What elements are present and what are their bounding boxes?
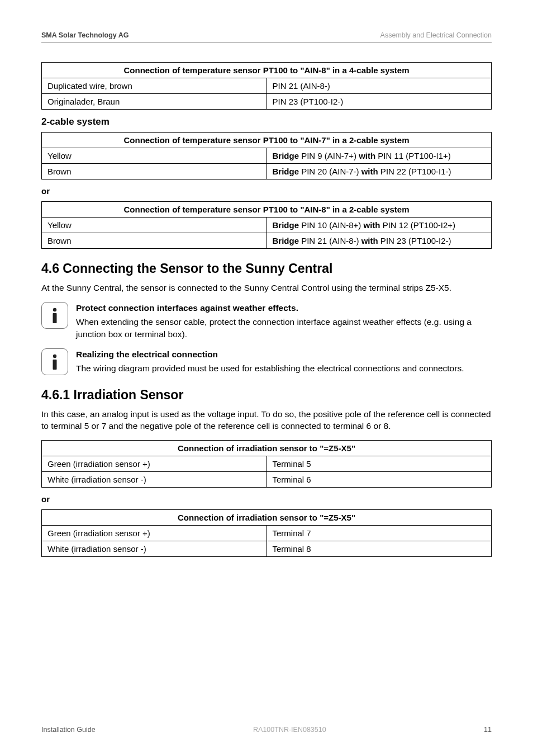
- cell: Terminal 7: [266, 526, 492, 541]
- table-pt100-ain8-4cable: Connection of temperature sensor PT100 t…: [41, 62, 492, 110]
- cell: PIN 23 (PT100-I2-): [266, 94, 492, 110]
- svg-rect-3: [53, 360, 57, 370]
- cell: Yellow: [42, 148, 267, 164]
- info-icon: [41, 348, 68, 375]
- table-row: Green (irradiation sensor +) Terminal 7: [42, 526, 492, 541]
- cell: Yellow: [42, 218, 267, 233]
- paragraph: At the Sunny Central, the sensor is conn…: [41, 282, 492, 294]
- cell: Green (irradiation sensor +): [42, 526, 267, 541]
- svg-point-0: [53, 308, 56, 311]
- header-left: SMA Solar Technology AG: [41, 31, 129, 39]
- table-row: White (irradiation sensor -) Terminal 8: [42, 541, 492, 557]
- cell: Terminal 8: [266, 541, 492, 557]
- cell: Terminal 6: [266, 472, 492, 488]
- or-label: or: [41, 186, 492, 196]
- table-caption: Connection of temperature sensor PT100 t…: [42, 133, 492, 148]
- header-rule: [41, 42, 492, 43]
- cell: Bridge PIN 10 (AIN-8+) with PIN 12 (PT10…: [266, 218, 492, 233]
- svg-rect-1: [53, 313, 57, 323]
- table-pt100-ain8-2cable: Connection of temperature sensor PT100 t…: [41, 201, 492, 249]
- footer-page-number: 11: [484, 726, 492, 734]
- table-row: Brown Bridge PIN 20 (AIN-7-) with PIN 22…: [42, 164, 492, 179]
- heading-4-6: 4.6 Connecting the Sensor to the Sunny C…: [41, 261, 492, 276]
- footer-center: RA100TNR-IEN083510: [253, 726, 326, 734]
- svg-point-2: [53, 355, 56, 358]
- cell: Bridge PIN 9 (AIN-7+) with PIN 11 (PT100…: [266, 148, 492, 164]
- heading-4-6-1: 4.6.1 Irradiation Sensor: [41, 388, 492, 403]
- table-caption: Connection of irradiation sensor to "=Z5…: [42, 510, 492, 526]
- table-row: White (irradiation sensor -) Terminal 6: [42, 472, 492, 488]
- table-caption: Connection of temperature sensor PT100 t…: [42, 63, 492, 78]
- or-label: or: [41, 494, 492, 504]
- table-row: Originalader, Braun PIN 23 (PT100-I2-): [42, 94, 492, 110]
- info-icon: [41, 302, 68, 329]
- table-irradiation-z5x5-b: Connection of irradiation sensor to "=Z5…: [41, 509, 492, 557]
- cell: White (irradiation sensor -): [42, 472, 267, 488]
- info-box-weather: Protect connection interfaces against we…: [41, 302, 492, 341]
- table-pt100-ain7-2cable: Connection of temperature sensor PT100 t…: [41, 132, 492, 179]
- cell: White (irradiation sensor -): [42, 541, 267, 557]
- cell: Duplicated wire, brown: [42, 78, 267, 94]
- footer-left: Installation Guide: [41, 726, 96, 734]
- table-row: Yellow Bridge PIN 10 (AIN-8+) with PIN 1…: [42, 218, 492, 233]
- info-title: Realizing the electrical connection: [76, 348, 492, 361]
- table-row: Duplicated wire, brown PIN 21 (AIN-8-): [42, 78, 492, 94]
- cell: PIN 21 (AIN-8-): [266, 78, 492, 94]
- table-row: Green (irradiation sensor +) Terminal 5: [42, 456, 492, 472]
- table-row: Yellow Bridge PIN 9 (AIN-7+) with PIN 11…: [42, 148, 492, 164]
- cell: Bridge PIN 20 (AIN-7-) with PIN 22 (PT10…: [266, 164, 492, 179]
- cell: Bridge PIN 21 (AIN-8-) with PIN 23 (PT10…: [266, 233, 492, 249]
- paragraph: In this case, an analog input is used as…: [41, 408, 492, 432]
- info-box-electrical: Realizing the electrical connection The …: [41, 348, 492, 375]
- cell: Green (irradiation sensor +): [42, 456, 267, 472]
- cell: Brown: [42, 164, 267, 179]
- info-title: Protect connection interfaces against we…: [76, 302, 492, 314]
- cell: Originalader, Braun: [42, 94, 267, 110]
- header-right: Assembly and Electrical Connection: [380, 31, 492, 39]
- subheading-2cable: 2-cable system: [41, 116, 492, 127]
- table-caption: Connection of temperature sensor PT100 t…: [42, 202, 492, 218]
- info-body-text: The wiring diagram provided must be used…: [76, 362, 492, 375]
- info-body-text: When extending the sensor cable, protect…: [76, 316, 492, 340]
- cell: Terminal 5: [266, 456, 492, 472]
- table-row: Brown Bridge PIN 21 (AIN-8-) with PIN 23…: [42, 233, 492, 249]
- table-caption: Connection of irradiation sensor to "=Z5…: [42, 441, 492, 456]
- table-irradiation-z5x5-a: Connection of irradiation sensor to "=Z5…: [41, 440, 492, 488]
- cell: Brown: [42, 233, 267, 249]
